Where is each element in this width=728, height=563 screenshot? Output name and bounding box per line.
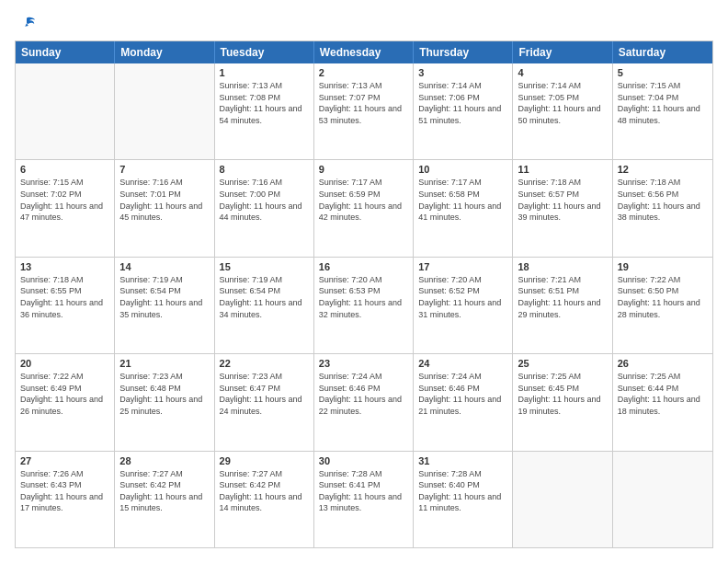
day-info: Sunrise: 7:27 AM Sunset: 6:42 PM Dayligh… [220, 468, 309, 514]
calendar-header: SundayMondayTuesdayWednesdayThursdayFrid… [16, 41, 712, 63]
day-info: Sunrise: 7:19 AM Sunset: 6:54 PM Dayligh… [220, 274, 309, 320]
calendar-cell: 8Sunrise: 7:16 AM Sunset: 7:00 PM Daylig… [215, 160, 314, 256]
day-number: 22 [220, 358, 309, 369]
day-info: Sunrise: 7:23 AM Sunset: 6:47 PM Dayligh… [220, 371, 309, 417]
calendar-cell: 13Sunrise: 7:18 AM Sunset: 6:55 PM Dayli… [16, 258, 115, 353]
calendar-cell: 18Sunrise: 7:21 AM Sunset: 6:51 PM Dayli… [513, 258, 612, 353]
day-number: 7 [119, 164, 209, 175]
calendar-cell: 28Sunrise: 7:27 AM Sunset: 6:42 PM Dayli… [115, 452, 214, 547]
header [15, 15, 713, 31]
day-number: 21 [119, 358, 209, 369]
day-info: Sunrise: 7:20 AM Sunset: 6:52 PM Dayligh… [418, 274, 507, 320]
day-number: 18 [518, 261, 607, 272]
day-number: 4 [518, 67, 607, 78]
calendar-cell: 23Sunrise: 7:24 AM Sunset: 6:46 PM Dayli… [314, 354, 414, 450]
day-number: 13 [20, 261, 109, 272]
day-of-week-thursday: Thursday [414, 41, 513, 63]
day-number: 19 [618, 261, 708, 272]
day-info: Sunrise: 7:16 AM Sunset: 7:00 PM Dayligh… [220, 177, 309, 223]
day-number: 10 [418, 164, 507, 175]
calendar-cell: 30Sunrise: 7:28 AM Sunset: 6:41 PM Dayli… [314, 452, 414, 547]
calendar-cell: 27Sunrise: 7:26 AM Sunset: 6:43 PM Dayli… [16, 452, 115, 547]
day-info: Sunrise: 7:28 AM Sunset: 6:41 PM Dayligh… [319, 468, 408, 514]
day-info: Sunrise: 7:17 AM Sunset: 6:59 PM Dayligh… [319, 177, 408, 223]
calendar-cell: 12Sunrise: 7:18 AM Sunset: 6:56 PM Dayli… [613, 160, 712, 256]
calendar-cell: 6Sunrise: 7:15 AM Sunset: 7:02 PM Daylig… [16, 160, 115, 256]
day-info: Sunrise: 7:22 AM Sunset: 6:49 PM Dayligh… [20, 371, 109, 417]
calendar-cell [613, 452, 712, 547]
day-info: Sunrise: 7:26 AM Sunset: 6:43 PM Dayligh… [20, 468, 109, 514]
calendar-cell: 16Sunrise: 7:20 AM Sunset: 6:53 PM Dayli… [314, 258, 414, 353]
day-info: Sunrise: 7:17 AM Sunset: 6:58 PM Dayligh… [418, 177, 507, 223]
calendar-cell: 3Sunrise: 7:14 AM Sunset: 7:06 PM Daylig… [414, 63, 513, 159]
calendar-week-3: 13Sunrise: 7:18 AM Sunset: 6:55 PM Dayli… [16, 257, 712, 353]
day-info: Sunrise: 7:18 AM Sunset: 6:55 PM Dayligh… [20, 274, 109, 320]
calendar-cell: 14Sunrise: 7:19 AM Sunset: 6:54 PM Dayli… [115, 258, 214, 353]
day-number: 17 [418, 261, 507, 272]
day-of-week-sunday: Sunday [16, 41, 115, 63]
calendar-cell: 5Sunrise: 7:15 AM Sunset: 7:04 PM Daylig… [613, 63, 712, 159]
day-info: Sunrise: 7:19 AM Sunset: 6:54 PM Dayligh… [119, 274, 209, 320]
logo-bird-icon [17, 15, 37, 35]
day-number: 31 [418, 455, 507, 466]
day-info: Sunrise: 7:15 AM Sunset: 7:04 PM Dayligh… [618, 80, 708, 126]
day-info: Sunrise: 7:23 AM Sunset: 6:48 PM Dayligh… [119, 371, 209, 417]
day-info: Sunrise: 7:24 AM Sunset: 6:46 PM Dayligh… [319, 371, 408, 417]
day-of-week-wednesday: Wednesday [314, 41, 414, 63]
day-number: 24 [418, 358, 507, 369]
calendar-cell: 20Sunrise: 7:22 AM Sunset: 6:49 PM Dayli… [16, 354, 115, 450]
calendar-cell: 4Sunrise: 7:14 AM Sunset: 7:05 PM Daylig… [513, 63, 612, 159]
day-info: Sunrise: 7:18 AM Sunset: 6:56 PM Dayligh… [618, 177, 708, 223]
day-number: 12 [618, 164, 708, 175]
day-number: 23 [319, 358, 408, 369]
calendar-cell: 31Sunrise: 7:28 AM Sunset: 6:40 PM Dayli… [414, 452, 513, 547]
day-info: Sunrise: 7:13 AM Sunset: 7:07 PM Dayligh… [319, 80, 408, 126]
logo [15, 15, 37, 31]
calendar-cell: 26Sunrise: 7:25 AM Sunset: 6:44 PM Dayli… [613, 354, 712, 450]
day-info: Sunrise: 7:20 AM Sunset: 6:53 PM Dayligh… [319, 274, 408, 320]
day-number: 26 [618, 358, 708, 369]
day-info: Sunrise: 7:14 AM Sunset: 7:06 PM Dayligh… [418, 80, 507, 126]
calendar-cell: 10Sunrise: 7:17 AM Sunset: 6:58 PM Dayli… [414, 160, 513, 256]
calendar-cell: 29Sunrise: 7:27 AM Sunset: 6:42 PM Dayli… [215, 452, 314, 547]
calendar-cell: 25Sunrise: 7:25 AM Sunset: 6:45 PM Dayli… [513, 354, 612, 450]
day-number: 16 [319, 261, 408, 272]
calendar-cell: 24Sunrise: 7:24 AM Sunset: 6:46 PM Dayli… [414, 354, 513, 450]
calendar-cell [16, 63, 115, 159]
day-of-week-friday: Friday [513, 41, 612, 63]
calendar-week-2: 6Sunrise: 7:15 AM Sunset: 7:02 PM Daylig… [16, 159, 712, 256]
day-info: Sunrise: 7:13 AM Sunset: 7:08 PM Dayligh… [220, 80, 309, 126]
day-info: Sunrise: 7:21 AM Sunset: 6:51 PM Dayligh… [518, 274, 607, 320]
day-info: Sunrise: 7:27 AM Sunset: 6:42 PM Dayligh… [119, 468, 209, 514]
day-number: 29 [220, 455, 309, 466]
day-number: 2 [319, 67, 408, 78]
day-number: 8 [220, 164, 309, 175]
calendar-week-5: 27Sunrise: 7:26 AM Sunset: 6:43 PM Dayli… [16, 451, 712, 547]
calendar-cell: 22Sunrise: 7:23 AM Sunset: 6:47 PM Dayli… [215, 354, 314, 450]
day-number: 11 [518, 164, 607, 175]
calendar-cell: 19Sunrise: 7:22 AM Sunset: 6:50 PM Dayli… [613, 258, 712, 353]
day-info: Sunrise: 7:22 AM Sunset: 6:50 PM Dayligh… [618, 274, 708, 320]
calendar-cell [115, 63, 214, 159]
day-number: 14 [119, 261, 209, 272]
day-number: 25 [518, 358, 607, 369]
day-number: 20 [20, 358, 109, 369]
calendar-body: 1Sunrise: 7:13 AM Sunset: 7:08 PM Daylig… [16, 63, 712, 547]
calendar-cell: 2Sunrise: 7:13 AM Sunset: 7:07 PM Daylig… [314, 63, 414, 159]
day-number: 3 [418, 67, 507, 78]
day-number: 15 [220, 261, 309, 272]
calendar-cell: 11Sunrise: 7:18 AM Sunset: 6:57 PM Dayli… [513, 160, 612, 256]
day-info: Sunrise: 7:28 AM Sunset: 6:40 PM Dayligh… [418, 468, 507, 514]
day-info: Sunrise: 7:15 AM Sunset: 7:02 PM Dayligh… [20, 177, 109, 223]
day-of-week-tuesday: Tuesday [215, 41, 314, 63]
day-of-week-monday: Monday [115, 41, 214, 63]
day-info: Sunrise: 7:16 AM Sunset: 7:01 PM Dayligh… [119, 177, 209, 223]
day-info: Sunrise: 7:14 AM Sunset: 7:05 PM Dayligh… [518, 80, 607, 126]
calendar-cell: 21Sunrise: 7:23 AM Sunset: 6:48 PM Dayli… [115, 354, 214, 450]
day-info: Sunrise: 7:18 AM Sunset: 6:57 PM Dayligh… [518, 177, 607, 223]
day-number: 5 [618, 67, 708, 78]
day-info: Sunrise: 7:25 AM Sunset: 6:45 PM Dayligh… [518, 371, 607, 417]
calendar-cell [513, 452, 612, 547]
day-number: 1 [220, 67, 309, 78]
day-number: 6 [20, 164, 109, 175]
